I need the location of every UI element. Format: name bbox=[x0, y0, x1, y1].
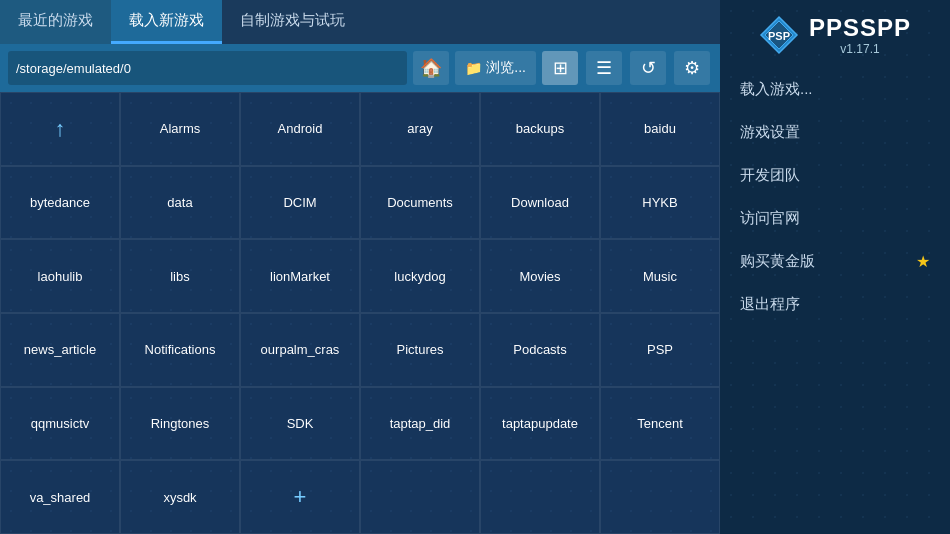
browse-label: 浏览... bbox=[486, 59, 526, 77]
file-cell[interactable]: luckydog bbox=[360, 239, 480, 313]
sidebar-item-label: 载入游戏... bbox=[740, 80, 930, 99]
file-cell[interactable]: Documents bbox=[360, 166, 480, 240]
brand: PSP PPSSPP v1.17.1 bbox=[720, 0, 950, 64]
sidebar-item-label: 游戏设置 bbox=[740, 123, 930, 142]
file-cell[interactable]: SDK bbox=[240, 387, 360, 461]
tab-load-new[interactable]: 载入新游戏 bbox=[111, 0, 222, 44]
sidebar-item-game-settings[interactable]: 游戏设置 bbox=[720, 111, 950, 154]
file-cell[interactable]: DCIM bbox=[240, 166, 360, 240]
file-cell[interactable]: va_shared bbox=[0, 460, 120, 534]
file-cell[interactable]: Music bbox=[600, 239, 720, 313]
file-cell[interactable]: data bbox=[120, 166, 240, 240]
sidebar-item-official-site[interactable]: 访问官网 bbox=[720, 197, 950, 240]
up-dir-button[interactable]: ↑ bbox=[0, 92, 120, 166]
file-cell[interactable]: Pictures bbox=[360, 313, 480, 387]
sidebar-item-exit[interactable]: 退出程序 bbox=[720, 283, 950, 326]
file-cell[interactable]: Notifications bbox=[120, 313, 240, 387]
toolbar: /storage/emulated/0 🏠 📁 浏览... ⊞ ☰ ↺ ⚙ bbox=[0, 44, 720, 92]
sidebar-menu: 载入游戏...游戏设置开发团队访问官网购买黄金版★退出程序 bbox=[720, 64, 950, 534]
file-grid: ↑AlarmsAndroidaraybackupsbaidubytedanced… bbox=[0, 92, 720, 534]
folder-icon: 📁 bbox=[465, 60, 482, 76]
ppsspp-logo: PSP bbox=[759, 15, 799, 55]
sidebar-item-label: 购买黄金版 bbox=[740, 252, 916, 271]
home-button[interactable]: 🏠 bbox=[413, 51, 449, 85]
list-view-button[interactable]: ☰ bbox=[586, 51, 622, 85]
star-icon: ★ bbox=[916, 252, 930, 271]
brand-version: v1.17.1 bbox=[809, 42, 911, 56]
brand-name: PPSSPP bbox=[809, 14, 911, 42]
tab-bar: 最近的游戏 载入新游戏 自制游戏与试玩 bbox=[0, 0, 720, 44]
file-cell[interactable]: Tencent bbox=[600, 387, 720, 461]
file-cell[interactable]: Android bbox=[240, 92, 360, 166]
file-cell[interactable]: bytedance bbox=[0, 166, 120, 240]
sidebar-item-dev-team[interactable]: 开发团队 bbox=[720, 154, 950, 197]
file-cell[interactable]: PSP bbox=[600, 313, 720, 387]
sidebar-item-buy-gold[interactable]: 购买黄金版★ bbox=[720, 240, 950, 283]
grid-view-button[interactable]: ⊞ bbox=[542, 51, 578, 85]
file-cell[interactable]: libs bbox=[120, 239, 240, 313]
file-cell[interactable]: taptapupdate bbox=[480, 387, 600, 461]
sidebar-item-label: 访问官网 bbox=[740, 209, 930, 228]
file-cell[interactable]: Ringtones bbox=[120, 387, 240, 461]
file-cell bbox=[600, 460, 720, 534]
brand-text: PPSSPP v1.17.1 bbox=[809, 14, 911, 56]
file-cell bbox=[360, 460, 480, 534]
file-cell[interactable]: Alarms bbox=[120, 92, 240, 166]
file-cell[interactable]: Download bbox=[480, 166, 600, 240]
settings-button[interactable]: ⚙ bbox=[674, 51, 710, 85]
file-cell[interactable]: baidu bbox=[600, 92, 720, 166]
file-cell[interactable]: laohulib bbox=[0, 239, 120, 313]
tab-homebrew[interactable]: 自制游戏与试玩 bbox=[222, 0, 363, 44]
file-cell[interactable]: lionMarket bbox=[240, 239, 360, 313]
add-folder-button[interactable]: + bbox=[240, 460, 360, 534]
file-cell[interactable]: backups bbox=[480, 92, 600, 166]
svg-text:PSP: PSP bbox=[768, 30, 790, 42]
sidebar-item-label: 开发团队 bbox=[740, 166, 930, 185]
sidebar-item-label: 退出程序 bbox=[740, 295, 930, 314]
refresh-button[interactable]: ↺ bbox=[630, 51, 666, 85]
file-cell[interactable]: ourpalm_cras bbox=[240, 313, 360, 387]
file-cell[interactable]: Podcasts bbox=[480, 313, 600, 387]
file-cell[interactable]: news_article bbox=[0, 313, 120, 387]
file-cell[interactable]: xysdk bbox=[120, 460, 240, 534]
sidebar-item-load-game[interactable]: 载入游戏... bbox=[720, 68, 950, 111]
tab-recent[interactable]: 最近的游戏 bbox=[0, 0, 111, 44]
file-cell[interactable]: aray bbox=[360, 92, 480, 166]
file-cell bbox=[480, 460, 600, 534]
file-cell[interactable]: taptap_did bbox=[360, 387, 480, 461]
file-cell[interactable]: Movies bbox=[480, 239, 600, 313]
browse-button[interactable]: 📁 浏览... bbox=[455, 51, 536, 85]
sidebar: PSP PPSSPP v1.17.1 载入游戏...游戏设置开发团队访问官网购买… bbox=[720, 0, 950, 534]
path-display: /storage/emulated/0 bbox=[8, 51, 407, 85]
file-cell[interactable]: HYKB bbox=[600, 166, 720, 240]
file-cell[interactable]: qqmusictv bbox=[0, 387, 120, 461]
